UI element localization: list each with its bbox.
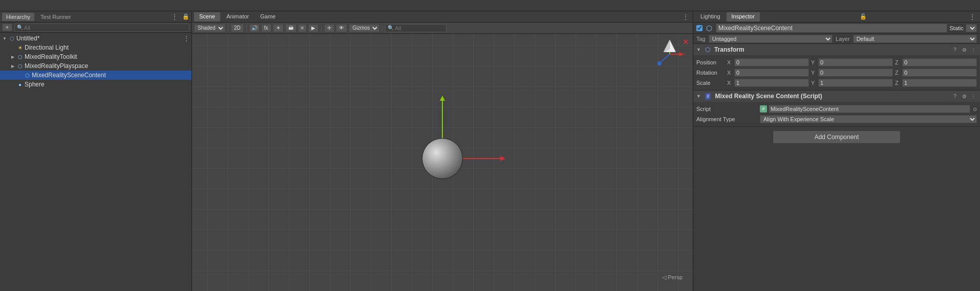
pos-z-label: Z	[895, 59, 901, 65]
script-field-label: Script	[696, 106, 758, 112]
scene-toolbar: Shaded 2D 🔊 fx ☀ 🏔 ≡ ▶ ✛ 👁 Gizmos 🔍	[192, 23, 693, 34]
script-help-icon[interactable]: ?	[951, 93, 958, 100]
hierarchy-panel: Hierarchy Test Runner ⋮ 🔒 + 🔍 ▼ ⬡ Untitl…	[0, 11, 192, 291]
tab-test-runner[interactable]: Test Runner	[36, 13, 75, 21]
script-target-icon[interactable]: ⊙	[973, 106, 977, 112]
transform-settings-icon[interactable]: ⚙	[961, 46, 968, 53]
script-value-input[interactable]	[769, 105, 970, 113]
fx-button[interactable]: fx	[261, 24, 271, 32]
tab-lighting[interactable]: Lighting	[695, 12, 726, 21]
rotation-x-field: X	[727, 69, 809, 77]
svg-text:X: X	[684, 52, 685, 56]
rotation-x-input[interactable]	[734, 69, 809, 77]
expand-arrow-sphere	[10, 82, 15, 87]
hierarchy-item-directional-light[interactable]: ☀ Directional Light	[0, 43, 191, 52]
add-component-button[interactable]: Add Component	[773, 131, 901, 143]
inspector-menu-icon[interactable]: ⋮	[967, 13, 978, 21]
anim-button[interactable]: ▶	[308, 24, 318, 32]
rotation-z-input[interactable]	[902, 69, 977, 77]
hierarchy-search-input[interactable]	[24, 25, 187, 31]
hierarchy-item-sphere[interactable]: ● Sphere	[0, 80, 191, 89]
inspector-content: ⬡ Static Tag Untagged Layer Default	[693, 23, 980, 291]
sca-x-label: X	[727, 80, 733, 86]
hierarchy-add-button[interactable]: +	[2, 24, 12, 31]
skybox-button[interactable]: 🏔	[285, 24, 296, 32]
rot-x-label: X	[727, 70, 733, 76]
hierarchy-item-untitled[interactable]: ▼ ⬡ Untitled* ⋮	[0, 34, 191, 43]
script-component-header[interactable]: ▼ # Mixed Reality Scene Content (Script)…	[693, 91, 980, 102]
expand-arrow-mrt: ▶	[10, 54, 15, 59]
scene-lights-button[interactable]: ☀	[273, 24, 284, 32]
close-scene-icon[interactable]: ✕	[683, 38, 689, 46]
position-y-input[interactable]	[818, 58, 893, 66]
tab-game[interactable]: Game	[255, 12, 281, 21]
move-tool[interactable]: ✛	[324, 24, 334, 32]
scene-search-icon: 🔍	[388, 25, 394, 31]
2d-button[interactable]: 2D	[231, 24, 244, 32]
script-settings-icon[interactable]: ⚙	[961, 93, 968, 100]
tab-animator[interactable]: Animator	[221, 12, 254, 21]
shading-dropdown[interactable]: Shaded	[194, 24, 225, 32]
hierarchy-item-mrt[interactable]: ▶ ⬡ MixedRealityToolkit	[0, 52, 191, 61]
position-y-field: Y	[811, 58, 893, 66]
tab-hierarchy[interactable]: Hierarchy	[2, 13, 34, 21]
view-btn[interactable]: 👁	[336, 24, 347, 32]
toolbar-sep4	[382, 25, 382, 32]
transform-component-header[interactable]: ▼ ⬡ Transform ? ⚙ ⋮	[693, 44, 980, 55]
inspector-lock-icon[interactable]: 🔓	[860, 13, 867, 20]
static-dropdown[interactable]	[966, 24, 977, 32]
tab-scene[interactable]: Scene	[194, 12, 220, 21]
transform-help-icon[interactable]: ?	[951, 46, 958, 53]
script-cs-icon: #	[760, 105, 767, 113]
tag-dropdown[interactable]: Untagged	[709, 35, 833, 43]
pos-y-label: Y	[811, 59, 817, 65]
object-cube-icon: ⬡	[705, 24, 714, 33]
hierarchy-tab-bar: Hierarchy Test Runner ⋮ 🔒	[0, 11, 191, 23]
object-active-checkbox[interactable]	[696, 25, 702, 31]
scene-tab-menu-icon[interactable]: ⋮	[680, 13, 691, 20]
layer-label: Layer	[836, 36, 850, 42]
hierarchy-items: ▼ ⬡ Untitled* ⋮ ☀ Directional Light ▶ ⬡ …	[0, 33, 191, 291]
tab-inspector[interactable]: Inspector	[727, 12, 760, 21]
inspector-tab-bar: Lighting Inspector 🔓 ⋮	[693, 11, 980, 23]
rotation-row: Rotation X Y Z	[693, 68, 980, 78]
scale-x-field: X	[727, 79, 809, 87]
script-more-icon[interactable]: ⋮	[970, 93, 977, 100]
audio-button[interactable]: 🔊	[249, 24, 260, 32]
position-z-field: Z	[895, 58, 977, 66]
rotation-y-input[interactable]	[818, 69, 893, 77]
fog-button[interactable]: ≡	[298, 24, 307, 32]
hierarchy-item-label-mrps: MixedRealityPlayspace	[25, 62, 88, 70]
pos-x-label: X	[727, 59, 733, 65]
scale-z-input[interactable]	[902, 79, 977, 87]
sca-y-label: Y	[811, 80, 817, 86]
script-component: ▼ # Mixed Reality Scene Content (Script)…	[693, 91, 980, 127]
alignment-type-dropdown[interactable]: Align With Experience Scale	[760, 115, 977, 123]
hierarchy-lock-icon[interactable]: 🔒	[182, 13, 189, 20]
alignment-type-label: Alignment Type	[696, 116, 758, 122]
object-name-field[interactable]	[716, 24, 947, 33]
transform-more-icon[interactable]: ⋮	[970, 46, 977, 53]
hierarchy-item-mrps[interactable]: ▶ ⬡ MixedRealityPlayspace	[0, 61, 191, 71]
layer-dropdown[interactable]: Default	[853, 35, 977, 43]
toolbar-sep3	[321, 25, 322, 32]
gameobj-icon-mrt: ⬡	[16, 53, 24, 60]
hierarchy-menu-icon[interactable]: ⋮	[169, 13, 180, 21]
expand-arrow-untitled: ▼	[2, 36, 7, 41]
scene-canvas[interactable]: Y X ✕	[192, 34, 693, 291]
scale-y-input[interactable]	[818, 79, 893, 87]
gizmos-dropdown[interactable]: Gizmos	[349, 24, 379, 32]
position-x-input[interactable]	[734, 58, 809, 66]
hierarchy-item-menu-untitled[interactable]: ⋮	[181, 35, 191, 42]
scene-sphere-object	[422, 138, 463, 179]
scale-x-input[interactable]	[734, 79, 809, 87]
scale-z-field: Z	[895, 79, 977, 87]
position-z-input[interactable]	[902, 58, 977, 66]
position-label: Position	[696, 59, 725, 65]
sca-z-label: Z	[895, 80, 901, 86]
scene-search-input[interactable]	[395, 25, 444, 31]
hierarchy-item-label-sphere: Sphere	[25, 81, 45, 88]
rotation-z-field: Z	[895, 69, 977, 77]
scene-icon: ⬡	[8, 35, 15, 42]
hierarchy-item-mrsc[interactable]: ⬡ MixedRealitySceneContent	[0, 71, 191, 80]
